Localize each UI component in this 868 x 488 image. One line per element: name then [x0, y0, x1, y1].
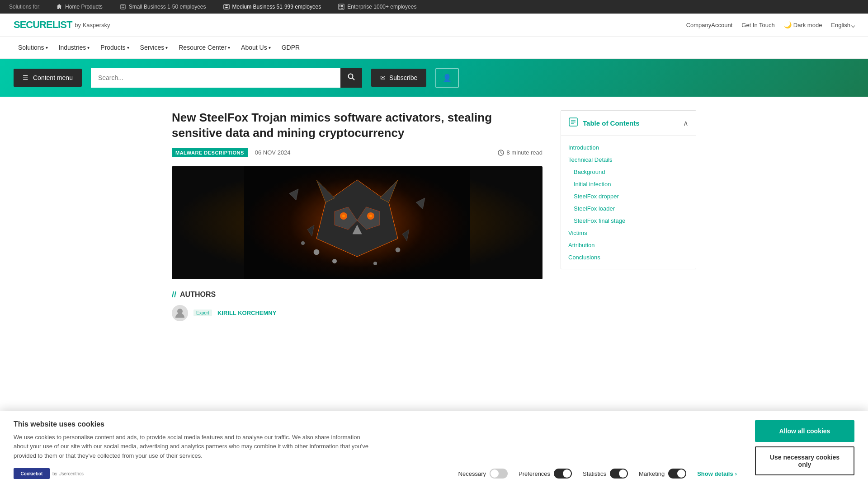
- author-badge: Expert: [193, 310, 212, 316]
- toc-item-conclusions[interactable]: Conclusions: [561, 251, 696, 263]
- author-row: Expert KIRILL KORCHEMNY: [172, 305, 542, 321]
- search-input[interactable]: [91, 68, 340, 88]
- topbar-small-biz[interactable]: Small Business 1-50 employees: [118, 3, 208, 11]
- svg-point-41: [314, 249, 319, 255]
- hamburger-icon: ☰: [23, 74, 28, 81]
- topbar-home[interactable]: Home Products: [54, 3, 104, 11]
- table-of-contents: Table of Contents ∧ Introduction Technic…: [561, 110, 696, 269]
- authors-accent: //: [172, 290, 176, 300]
- logo-sub: by Kaspersky: [75, 22, 110, 28]
- svg-rect-21: [342, 8, 343, 9]
- article-meta: MALWARE DESCRIPTIONS 06 NOV 2024 8 minut…: [172, 148, 542, 157]
- moon-icon: 🌙: [784, 21, 792, 28]
- toc-title: Table of Contents: [568, 117, 640, 129]
- chevron-icon: ▾: [165, 45, 168, 50]
- logo-area[interactable]: SECURELIST by Kaspersky: [14, 19, 110, 31]
- chevron-icon: ▾: [46, 45, 48, 50]
- svg-point-34: [342, 215, 345, 217]
- svg-rect-9: [225, 7, 226, 8]
- nav-products[interactable]: Products ▾: [96, 41, 133, 54]
- article-tag[interactable]: MALWARE DESCRIPTIONS: [172, 148, 248, 157]
- article-title: New SteelFox Trojan mimics software acti…: [172, 110, 542, 141]
- svg-rect-6: [225, 5, 226, 6]
- nav-gdpr[interactable]: GDPR: [277, 41, 304, 54]
- svg-rect-16: [340, 6, 340, 7]
- dark-mode-toggle[interactable]: 🌙 Dark mode: [784, 21, 822, 28]
- search-banner: ☰ Content menu ✉ Subscribe 👤: [0, 59, 868, 97]
- svg-rect-2: [123, 5, 124, 6]
- svg-rect-20: [341, 8, 342, 9]
- toc-item-loader[interactable]: SteelFox loader: [561, 202, 696, 215]
- toc-item-technical-details[interactable]: Technical Details: [561, 154, 696, 166]
- toc-item-final-stage[interactable]: SteelFox final stage: [561, 215, 696, 227]
- article-date: 06 NOV 2024: [255, 149, 291, 156]
- chevron-down-icon: [852, 22, 854, 28]
- search-container: [91, 68, 362, 88]
- home-icon: [56, 4, 62, 10]
- svg-rect-8: [227, 5, 228, 6]
- nav-services[interactable]: Services ▾: [136, 41, 173, 54]
- subscribe-button[interactable]: ✉ Subscribe: [371, 69, 426, 87]
- nav-industries[interactable]: Industries ▾: [54, 41, 94, 54]
- svg-point-42: [396, 248, 400, 252]
- content-menu-button[interactable]: ☰ Content menu: [14, 69, 82, 87]
- building-icon: [120, 4, 126, 10]
- toc-item-dropper[interactable]: SteelFox dropper: [561, 190, 696, 202]
- article-area: New SteelFox Trojan mimics software acti…: [172, 110, 542, 321]
- chevron-icon: ▾: [127, 45, 129, 50]
- chevron-icon: ▾: [269, 45, 271, 50]
- sidebar: Table of Contents ∧ Introduction Technic…: [561, 110, 696, 321]
- nav-about-us[interactable]: About Us ▾: [236, 41, 275, 54]
- svg-rect-5: [224, 5, 229, 9]
- svg-point-22: [348, 74, 353, 79]
- svg-rect-7: [226, 5, 227, 6]
- toc-item-introduction[interactable]: Introduction: [561, 141, 696, 154]
- topbar-enterprise[interactable]: Enterprise 1000+ employees: [336, 3, 418, 11]
- user-account-button[interactable]: 👤: [435, 68, 459, 88]
- svg-rect-3: [122, 7, 123, 8]
- building2-icon: [223, 4, 230, 10]
- search-icon: [348, 73, 355, 80]
- read-time: 8 minute read: [498, 149, 543, 156]
- search-button[interactable]: [340, 68, 362, 88]
- author-avatar: [172, 305, 188, 321]
- topbar-medium-biz[interactable]: Medium Business 51-999 employees: [222, 3, 323, 11]
- svg-rect-14: [341, 5, 342, 6]
- svg-rect-17: [341, 6, 342, 7]
- company-account-link[interactable]: CompanyAccount: [686, 22, 733, 28]
- author-name[interactable]: KIRILL KORCHEMNY: [217, 310, 276, 316]
- chevron-icon: ▾: [228, 45, 230, 50]
- authors-section: // AUTHORS Expert KIRILL KORCHEMNY: [172, 290, 542, 321]
- svg-rect-10: [226, 7, 227, 8]
- nav-resource-center[interactable]: Resource Center ▾: [174, 41, 235, 54]
- toc-item-attribution[interactable]: Attribution: [561, 239, 696, 251]
- svg-rect-4: [123, 7, 124, 8]
- svg-rect-19: [340, 8, 340, 9]
- site-header: SECURELIST by Kaspersky CompanyAccount G…: [0, 14, 868, 37]
- article-hero-image: [172, 166, 542, 279]
- toc-icon: [568, 117, 578, 129]
- solutions-label: Solutions for:: [9, 4, 41, 10]
- clock-icon: [498, 150, 504, 156]
- get-in-touch-link[interactable]: Get In Touch: [741, 22, 774, 28]
- toc-item-victims[interactable]: Victims: [561, 227, 696, 239]
- authors-text: AUTHORS: [180, 291, 216, 299]
- svg-point-43: [332, 259, 337, 263]
- toc-item-background[interactable]: Background: [561, 166, 696, 178]
- svg-rect-13: [340, 5, 340, 6]
- svg-rect-18: [342, 6, 343, 7]
- nav-solutions[interactable]: Solutions ▾: [14, 41, 52, 54]
- svg-point-44: [373, 262, 377, 265]
- toc-item-initial-infection[interactable]: Initial infection: [561, 178, 696, 190]
- svg-rect-11: [227, 7, 228, 8]
- toc-body: Introduction Technical Details Backgroun…: [561, 136, 696, 269]
- main-content: New SteelFox Trojan mimics software acti…: [163, 97, 705, 335]
- header-nav: CompanyAccount Get In Touch 🌙 Dark mode …: [686, 21, 854, 28]
- top-bar: Solutions for: Home Products Small Busin…: [0, 0, 868, 14]
- hero-svg: [244, 166, 470, 279]
- svg-rect-15: [342, 5, 343, 6]
- toc-header: Table of Contents ∧: [561, 111, 696, 136]
- svg-rect-0: [121, 5, 125, 9]
- language-selector[interactable]: English: [831, 22, 854, 28]
- toc-toggle-button[interactable]: ∧: [683, 119, 689, 127]
